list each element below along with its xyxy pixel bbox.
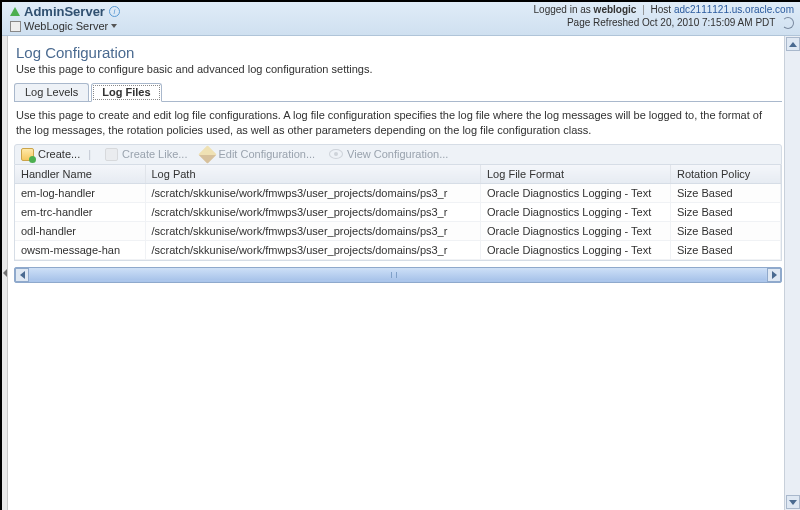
server-icon xyxy=(10,21,21,32)
cell-path: /scratch/skkunise/work/fmwps3/user_proje… xyxy=(145,221,481,240)
scrollbar-thumb[interactable] xyxy=(30,270,766,280)
header-right: Logged in as weblogic | Host adc2111121.… xyxy=(534,4,794,29)
host-link[interactable]: adc2111121.us.oracle.com xyxy=(674,4,794,15)
scroll-down-button[interactable] xyxy=(786,495,800,509)
page-title: Log Configuration xyxy=(16,44,782,61)
table-row[interactable]: odl-handler/scratch/skkunise/work/fmwps3… xyxy=(15,221,781,240)
cell-format: Oracle Diagnostics Logging - Text xyxy=(481,221,671,240)
col-rotation-policy[interactable]: Rotation Policy xyxy=(671,165,781,184)
server-type-label: WebLogic Server xyxy=(24,20,108,32)
vertical-scrollbar[interactable] xyxy=(784,36,800,510)
info-icon[interactable]: i xyxy=(109,6,120,17)
logged-in-user: weblogic xyxy=(594,4,637,15)
login-info: Logged in as weblogic | Host adc2111121.… xyxy=(534,4,794,15)
caret-down-icon xyxy=(111,24,117,28)
refresh-row: Page Refreshed Oct 20, 2010 7:15:09 AM P… xyxy=(534,17,794,29)
separator: | xyxy=(642,4,645,15)
page-description: Use this page to configure basic and adv… xyxy=(16,63,782,75)
create-like-label: Create Like... xyxy=(122,148,187,160)
logged-in-prefix: Logged in as xyxy=(534,4,591,15)
cell-policy: Size Based xyxy=(671,221,781,240)
chevron-up-icon xyxy=(789,42,797,47)
cell-format: Oracle Diagnostics Logging - Text xyxy=(481,240,671,259)
edit-config-button[interactable]: Edit Configuration... xyxy=(201,148,315,161)
edit-config-label: Edit Configuration... xyxy=(218,148,315,160)
view-icon xyxy=(329,149,343,159)
edit-icon xyxy=(199,145,217,163)
view-config-button[interactable]: View Configuration... xyxy=(329,148,448,160)
cell-path: /scratch/skkunise/work/fmwps3/user_proje… xyxy=(145,183,481,202)
table-row[interactable]: em-trc-handler/scratch/skkunise/work/fmw… xyxy=(15,202,781,221)
page-context-title: AdminServer xyxy=(24,4,105,19)
cell-policy: Size Based xyxy=(671,202,781,221)
create-like-button[interactable]: Create Like... xyxy=(105,148,187,161)
host-label: Host xyxy=(651,4,672,15)
cell-format: Oracle Diagnostics Logging - Text xyxy=(481,202,671,221)
content-area: Log Configuration Use this page to confi… xyxy=(8,36,800,510)
tab-log-levels[interactable]: Log Levels xyxy=(14,83,89,101)
create-button[interactable]: Create... | xyxy=(21,148,91,161)
up-arrow-icon[interactable] xyxy=(10,7,20,16)
server-type-menu[interactable]: WebLogic Server xyxy=(10,20,120,32)
col-log-path[interactable]: Log Path xyxy=(145,165,481,184)
log-files-table: Handler Name Log Path Log File Format Ro… xyxy=(14,165,782,261)
col-log-file-format[interactable]: Log File Format xyxy=(481,165,671,184)
create-like-icon xyxy=(105,148,118,161)
cell-policy: Size Based xyxy=(671,183,781,202)
scroll-right-button[interactable] xyxy=(767,268,781,282)
table-header-row: Handler Name Log Path Log File Format Ro… xyxy=(15,165,781,184)
table-row[interactable]: em-log-handler/scratch/skkunise/work/fmw… xyxy=(15,183,781,202)
cell-path: /scratch/skkunise/work/fmwps3/user_proje… xyxy=(145,202,481,221)
scroll-up-button[interactable] xyxy=(786,37,800,51)
tab-description: Use this page to create and edit log fil… xyxy=(16,108,780,138)
horizontal-scrollbar[interactable] xyxy=(14,267,782,283)
cell-handler: odl-handler xyxy=(15,221,145,240)
refresh-icon[interactable] xyxy=(782,17,794,29)
page-refreshed-text: Page Refreshed Oct 20, 2010 7:15:09 AM P… xyxy=(567,17,775,28)
header-bar: AdminServer i WebLogic Server Logged in … xyxy=(2,2,800,36)
cell-path: /scratch/skkunise/work/fmwps3/user_proje… xyxy=(145,240,481,259)
cell-handler: owsm-message-han xyxy=(15,240,145,259)
table-row[interactable]: owsm-message-han/scratch/skkunise/work/f… xyxy=(15,240,781,259)
chevron-left-icon xyxy=(20,271,25,279)
main-wrap: Log Configuration Use this page to confi… xyxy=(2,36,800,510)
chevron-left-icon xyxy=(3,269,7,277)
create-icon xyxy=(21,148,34,161)
header-left: AdminServer i WebLogic Server xyxy=(8,4,120,32)
col-handler-name[interactable]: Handler Name xyxy=(15,165,145,184)
view-config-label: View Configuration... xyxy=(347,148,448,160)
tab-strip: Log Levels Log Files xyxy=(14,83,782,102)
title-row: AdminServer i xyxy=(8,4,120,19)
chevron-right-icon xyxy=(772,271,777,279)
cell-handler: em-trc-handler xyxy=(15,202,145,221)
cell-policy: Size Based xyxy=(671,240,781,259)
chevron-down-icon xyxy=(789,500,797,505)
toolbar-separator: | xyxy=(88,148,91,160)
cell-handler: em-log-handler xyxy=(15,183,145,202)
table-toolbar: Create... | Create Like... Edit Configur… xyxy=(14,144,782,165)
tab-log-files[interactable]: Log Files xyxy=(91,83,161,102)
create-label: Create... xyxy=(38,148,80,160)
cell-format: Oracle Diagnostics Logging - Text xyxy=(481,183,671,202)
scroll-left-button[interactable] xyxy=(15,268,29,282)
